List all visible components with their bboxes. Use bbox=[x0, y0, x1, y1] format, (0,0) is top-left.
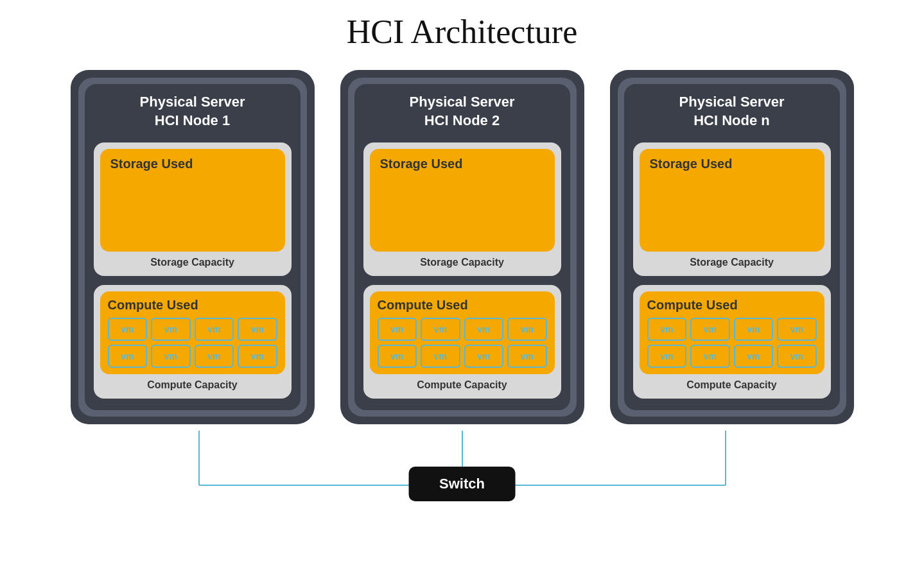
node-1-storage-used-label: Storage Used bbox=[110, 157, 193, 171]
node-1-storage-section: Storage Used Storage Capacity bbox=[94, 142, 292, 276]
vm-cell: vm bbox=[777, 318, 817, 341]
vm-cell: vm bbox=[378, 345, 417, 368]
node-1-compute-used-block: Compute Used vm vm vm vm vm vm vm vm bbox=[100, 291, 285, 374]
node-3-storage-used-block: Storage Used bbox=[640, 149, 824, 252]
node-2-title: Physical Server HCI Node 2 bbox=[363, 93, 561, 130]
node-3-storage-capacity-label: Storage Capacity bbox=[690, 257, 774, 268]
vm-cell: vm bbox=[507, 318, 547, 341]
node-2-storage-capacity-label: Storage Capacity bbox=[420, 257, 504, 268]
vm-cell: vm bbox=[421, 345, 460, 368]
node-1-vm-grid: vm vm vm vm vm vm vm vm bbox=[108, 318, 277, 368]
node-3: Physical Server HCI Node n Storage Used … bbox=[610, 70, 854, 424]
vm-cell: vm bbox=[690, 318, 730, 341]
node-1-compute-used-label: Compute Used bbox=[108, 298, 277, 313]
node-2-compute-used-label: Compute Used bbox=[378, 298, 547, 313]
vm-cell: vm bbox=[421, 318, 460, 341]
vm-cell: vm bbox=[734, 345, 774, 368]
vm-cell: vm bbox=[151, 345, 191, 368]
switch-label: Switch bbox=[439, 476, 485, 492]
vm-cell: vm bbox=[647, 318, 687, 341]
vm-cell: vm bbox=[734, 318, 774, 341]
vm-cell: vm bbox=[238, 318, 277, 341]
diagram-container: Physical Server HCI Node 1 Storage Used … bbox=[0, 70, 924, 508]
switch-box: Switch bbox=[408, 467, 516, 501]
node-1: Physical Server HCI Node 1 Storage Used … bbox=[71, 70, 315, 424]
page-title: HCI Architecture bbox=[347, 13, 578, 51]
node-3-compute-used-label: Compute Used bbox=[647, 298, 817, 313]
vm-cell: vm bbox=[151, 318, 191, 341]
node-2-compute-section: Compute Used vm vm vm vm vm vm vm vm bbox=[363, 285, 561, 399]
node-2-storage-section: Storage Used Storage Capacity bbox=[363, 142, 561, 276]
vm-cell: vm bbox=[690, 345, 730, 368]
node-3-storage-used-label: Storage Used bbox=[650, 157, 733, 171]
node-3-storage-section: Storage Used Storage Capacity bbox=[633, 142, 831, 276]
node-3-vm-grid: vm vm vm vm vm vm vm vm bbox=[647, 318, 817, 368]
nodes-row: Physical Server HCI Node 1 Storage Used … bbox=[71, 70, 854, 424]
node-1-compute-section: Compute Used vm vm vm vm vm vm vm vm bbox=[94, 285, 292, 399]
switch-area: Switch bbox=[77, 431, 848, 508]
vm-cell: vm bbox=[238, 345, 277, 368]
vm-cell: vm bbox=[108, 345, 148, 368]
vm-cell: vm bbox=[777, 345, 817, 368]
node-3-compute-used-block: Compute Used vm vm vm vm vm vm vm vm bbox=[640, 291, 824, 374]
vm-cell: vm bbox=[507, 345, 547, 368]
vm-cell: vm bbox=[195, 318, 234, 341]
node-2-compute-capacity-label: Compute Capacity bbox=[417, 379, 507, 391]
node-1-title: Physical Server HCI Node 1 bbox=[94, 93, 292, 130]
node-3-compute-section: Compute Used vm vm vm vm vm vm vm vm bbox=[633, 285, 831, 399]
node-3-title: Physical Server HCI Node n bbox=[633, 93, 831, 130]
vm-cell: vm bbox=[378, 318, 417, 341]
vm-cell: vm bbox=[108, 318, 148, 341]
node-1-compute-capacity-label: Compute Capacity bbox=[147, 379, 237, 391]
node-2-storage-used-label: Storage Used bbox=[380, 157, 463, 171]
node-2-compute-used-block: Compute Used vm vm vm vm vm vm vm vm bbox=[370, 291, 555, 374]
vm-cell: vm bbox=[464, 318, 504, 341]
node-2-vm-grid: vm vm vm vm vm vm vm vm bbox=[378, 318, 547, 368]
vm-cell: vm bbox=[647, 345, 687, 368]
node-2-storage-used-block: Storage Used bbox=[370, 149, 555, 252]
node-2: Physical Server HCI Node 2 Storage Used … bbox=[340, 70, 584, 424]
node-3-compute-capacity-label: Compute Capacity bbox=[686, 379, 776, 391]
node-1-storage-used-block: Storage Used bbox=[100, 149, 285, 252]
vm-cell: vm bbox=[195, 345, 234, 368]
node-1-storage-capacity-label: Storage Capacity bbox=[150, 257, 234, 268]
vm-cell: vm bbox=[464, 345, 504, 368]
